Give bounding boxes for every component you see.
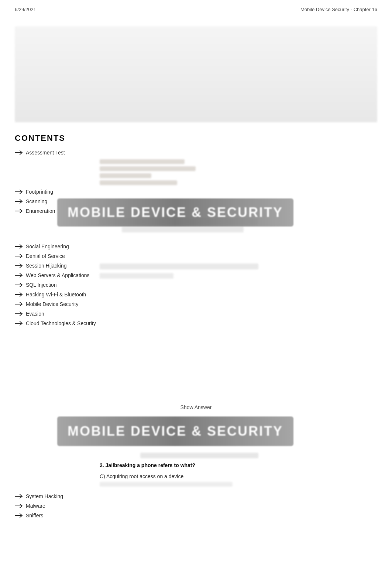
arrow-icon	[15, 208, 23, 214]
arrow-icon	[15, 513, 23, 518]
nav-label: Mobile Device Security	[26, 301, 78, 307]
arrow-icon	[15, 494, 23, 499]
banner-bottom: MOBILE DEVICE & SECURITY	[68, 423, 283, 439]
arrow-icon	[15, 292, 23, 297]
answer-text: C) Acquiring root access on a device	[100, 473, 183, 479]
nav-label: Assessment Test	[26, 150, 65, 156]
question-text: 2. Jailbreaking a phone refers to what?	[100, 462, 195, 468]
arrow-icon	[15, 254, 23, 259]
header-title: Mobile Device Security - Chapter 16	[300, 7, 377, 12]
arrow-icon	[15, 189, 23, 194]
nav-label: Social Engineering	[26, 244, 69, 249]
list-item[interactable]: Malware	[15, 503, 377, 509]
banner-main: MOBILE DEVICE & SECURITY	[68, 205, 283, 220]
arrow-icon	[15, 311, 23, 316]
list-item[interactable]: Mobile Device Security	[15, 301, 377, 307]
nav-label: SQL Injection	[26, 282, 57, 288]
nav-label: Enumeration	[26, 208, 55, 214]
arrow-icon	[15, 263, 23, 268]
arrow-icon	[15, 321, 23, 326]
nav-label: Cloud Technologies & Security	[26, 320, 96, 326]
list-item[interactable]: SQL Injection	[15, 282, 377, 288]
nav-label: System Hacking	[26, 493, 63, 499]
nav-label: Sniffers	[26, 513, 43, 518]
arrow-icon	[15, 244, 23, 249]
nav-label: Scanning	[26, 198, 47, 204]
list-item[interactable]: Footprinting	[15, 189, 377, 195]
contents-section: CONTENTS Assessment Test MOBILE DEVICE &…	[0, 122, 392, 518]
top-redacted-area	[15, 26, 377, 122]
list-item[interactable]: Social Engineering	[15, 244, 377, 249]
nav-label: Footprinting	[26, 189, 53, 195]
list-item[interactable]: Web Servers & Applications	[15, 272, 377, 278]
arrow-icon	[15, 150, 23, 155]
list-item[interactable]: Cloud Technologies & Security	[15, 320, 377, 326]
nav-label: Web Servers & Applications	[26, 272, 90, 278]
nav-label: Denial of Service	[26, 253, 65, 259]
contents-heading: CONTENTS	[15, 133, 377, 143]
nav-label: Malware	[26, 503, 45, 509]
arrow-icon	[15, 199, 23, 204]
nav-label: Session Hijacking	[26, 263, 67, 269]
list-item[interactable]: Hacking Wi-Fi & Bluetooth	[15, 292, 377, 297]
arrow-icon	[15, 503, 23, 508]
list-item[interactable]: System Hacking	[15, 493, 377, 499]
arrow-icon	[15, 273, 23, 278]
page-header: 6/29/2021 Mobile Device Security - Chapt…	[0, 0, 392, 19]
show-answer-label[interactable]: Show Answer	[180, 404, 212, 410]
list-item[interactable]: Sniffers	[15, 513, 377, 518]
header-date: 6/29/2021	[15, 7, 36, 12]
list-item[interactable]: Evasion	[15, 311, 377, 317]
nav-label: Evasion	[26, 311, 44, 317]
arrow-icon	[15, 302, 23, 307]
list-item[interactable]: Denial of Service	[15, 253, 377, 259]
list-item[interactable]: Assessment Test	[15, 150, 377, 156]
nav-label: Hacking Wi-Fi & Bluetooth	[26, 292, 86, 297]
arrow-icon	[15, 282, 23, 288]
